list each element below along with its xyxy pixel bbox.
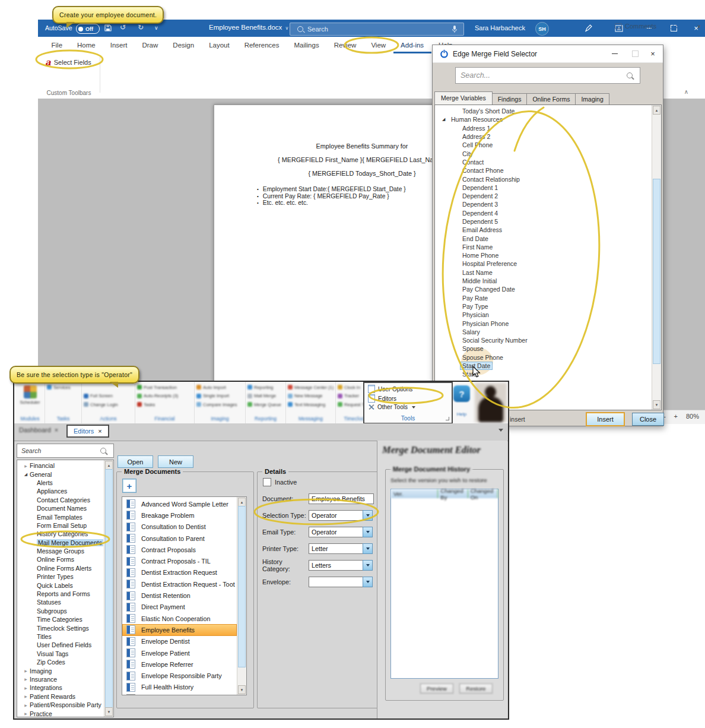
ribbon-tab-view[interactable]: View [364, 37, 393, 53]
chevron-down-icon[interactable] [363, 543, 373, 554]
tree-item-reports-and-forms[interactable]: Reports and Forms [17, 590, 104, 598]
ribbon-tab-file[interactable]: File [44, 37, 70, 53]
qat-customize-icon[interactable]: ∨ [154, 25, 158, 31]
field-item-salary[interactable]: Salary [435, 328, 652, 336]
open-button[interactable]: Open [118, 455, 153, 468]
toolbar-item-compare-images[interactable]: Compare Images [196, 400, 243, 409]
toolbar-item-single-import[interactable]: Single Import [196, 392, 243, 401]
tree-item-zip-codes[interactable]: Zip Codes [17, 658, 104, 666]
collapse-ribbon-icon[interactable]: ∧ [684, 88, 688, 95]
toolbar-item-text-messaging[interactable]: Text Messaging [288, 400, 334, 409]
collapsed-expander-icon[interactable]: ▶ [22, 464, 30, 468]
collapsed-expander-icon[interactable]: ▶ [22, 669, 30, 673]
tree-item-practice[interactable]: ▶Practice [17, 709, 104, 717]
field-item-physician-phone[interactable]: Physician Phone [435, 319, 652, 327]
add-document-button[interactable]: + [122, 479, 136, 493]
field-select-history-category[interactable]: Letters [309, 560, 373, 571]
autosave-toggle[interactable]: Off [76, 24, 100, 34]
scrollbar[interactable]: ▲ ▼ [104, 460, 113, 717]
tree-item-integrations[interactable]: ▶Integrations [17, 683, 104, 692]
list-item-dentist-retention[interactable]: Dentist Retention [122, 590, 237, 601]
dialog-launcher-icon[interactable] [446, 417, 449, 420]
field-item-dependent-5[interactable]: Dependent 5 [435, 217, 652, 226]
collapsed-expander-icon[interactable]: ▶ [22, 703, 30, 707]
restore-button[interactable]: Restore [459, 683, 493, 694]
toolbar-item-auto-import[interactable]: Auto Import [196, 383, 243, 392]
tree-item-imaging[interactable]: ▶Imaging [17, 666, 104, 675]
history-column-ver[interactable]: Ver. [391, 489, 438, 498]
field-item-address-1[interactable]: Address 1 [435, 124, 652, 132]
tab-findings[interactable]: Findings [492, 93, 528, 106]
tree-item-online-forms[interactable]: Online Forms [17, 555, 104, 564]
comments-button[interactable]: Comments [615, 23, 656, 30]
tree-item-contact-categories[interactable]: Contact Categories [17, 496, 104, 504]
avatar[interactable]: SH [535, 22, 549, 36]
scrollbar-thumb[interactable] [653, 179, 660, 364]
tree-item-mail-merge-documents[interactable]: Mail Merge Documents [17, 539, 104, 547]
toolbar-item-auto-receipts-3[interactable]: Auto-Receipts (3) [137, 392, 192, 401]
field-item-last-name[interactable]: Last Name [435, 268, 652, 277]
ribbon-tab-review[interactable]: Review [326, 37, 364, 53]
undo-icon[interactable]: ↺ [120, 23, 126, 31]
scrollbar[interactable]: ▲ ▼ [652, 105, 661, 410]
scroll-up-icon[interactable]: ▲ [105, 461, 113, 470]
tree-search-input[interactable]: Search [17, 444, 114, 458]
field-item-dependent-3[interactable]: Dependent 3 [435, 200, 652, 208]
collapsed-expander-icon[interactable]: ▶ [22, 686, 30, 690]
toolbar-item-post-transaction[interactable]: Post Transaction [137, 383, 192, 392]
tree-item-appliances[interactable]: Appliances [17, 487, 104, 495]
list-item-contract-proposals-til[interactable]: Contract Proposals - TIL [122, 555, 237, 566]
zoom-in-icon[interactable]: + [674, 413, 678, 420]
field-item-first-name[interactable]: First Name [435, 243, 652, 251]
field-select-email-type[interactable]: Operator [309, 527, 373, 537]
scroll-down-icon[interactable]: ▼ [105, 707, 113, 716]
ribbon-tab-mailings[interactable]: Mailings [287, 37, 326, 53]
close-tab-icon[interactable]: × [98, 428, 101, 435]
field-item-start-date[interactable]: Start Date [435, 362, 652, 370]
toolbar-item-request-time-off[interactable]: Request Time Off [338, 400, 363, 409]
tab-overflow-icon[interactable] [498, 429, 503, 432]
tree-item-patient-rewards[interactable]: ▶Patient Rewards [17, 692, 104, 701]
scheduler-icon[interactable] [24, 385, 37, 398]
list-item-envelope-referrer[interactable]: Envelope Referrer [122, 659, 237, 670]
expanded-expander-icon[interactable]: ◢ [22, 472, 30, 477]
redo-icon[interactable]: ↻ [138, 23, 144, 31]
field-item-middle-initial[interactable]: Middle Initial [435, 277, 652, 285]
user-options-button[interactable]: User Options [368, 385, 412, 393]
toolbar-item-message-center-1[interactable]: Message Center (1) [288, 383, 334, 392]
list-item-breakage-problem[interactable]: Breakage Problem [122, 509, 237, 521]
toolbar-item-services[interactable]: Services [47, 383, 80, 392]
scroll-down-icon[interactable]: ▼ [653, 400, 660, 409]
field-item-today-s-short-date[interactable]: Today's Short Date [435, 107, 652, 115]
scrollbar-thumb[interactable] [238, 506, 246, 667]
field-item-human-resources[interactable]: ◢Human Resources [435, 115, 652, 124]
field-item-spouse-phone[interactable]: Spouse Phone [435, 353, 652, 362]
field-item-state[interactable]: State [435, 370, 652, 378]
field-item-dependent-4[interactable]: Dependent 4 [435, 209, 652, 217]
field-item-contact[interactable]: Contact [435, 158, 652, 166]
tree-item-form-email-setup[interactable]: Form Email Setup [17, 521, 104, 530]
field-item-spouse[interactable]: Spouse [435, 344, 652, 353]
list-item-advanced-word-sample-letter[interactable]: Advanced Word Sample Letter [122, 498, 237, 509]
field-item-pay-changed-date[interactable]: Pay Changed Date [435, 285, 652, 293]
toolbar-item-clock-in[interactable]: Clock In [338, 383, 363, 392]
chevron-down-icon[interactable] [363, 510, 373, 521]
editors-button[interactable]: Editors [368, 394, 396, 403]
ribbon-tab-design[interactable]: Design [166, 37, 202, 53]
ribbon-tab-layout[interactable]: Layout [202, 37, 237, 53]
field-select-envelope[interactable] [309, 577, 373, 587]
field-item-pay-rate[interactable]: Pay Rate [435, 294, 652, 302]
ribbon-tab-home[interactable]: Home [70, 37, 103, 53]
list-item-contract-proposals[interactable]: Contract Proposals [122, 544, 237, 555]
select-fields-button[interactable]: a Select Fields [45, 57, 91, 68]
microphone-icon[interactable] [452, 25, 458, 34]
toolbar-item-full-screen[interactable]: Full Screen [84, 392, 133, 401]
tree-item-email-templates[interactable]: Email Templates [17, 512, 104, 521]
close-dialog-button[interactable]: Close [632, 413, 664, 426]
field-item-city[interactable]: City [435, 149, 652, 157]
field-item-hospital-preference[interactable]: Hospital Preference [435, 259, 652, 268]
tree-item-online-forms-alerts[interactable]: Online Forms Alerts [17, 564, 104, 572]
tree-item-patient-responsible-party[interactable]: ▶Patient/Responsible Party [17, 701, 104, 709]
dialog-close-button[interactable]: × [645, 45, 660, 62]
new-button[interactable]: New [158, 455, 193, 468]
